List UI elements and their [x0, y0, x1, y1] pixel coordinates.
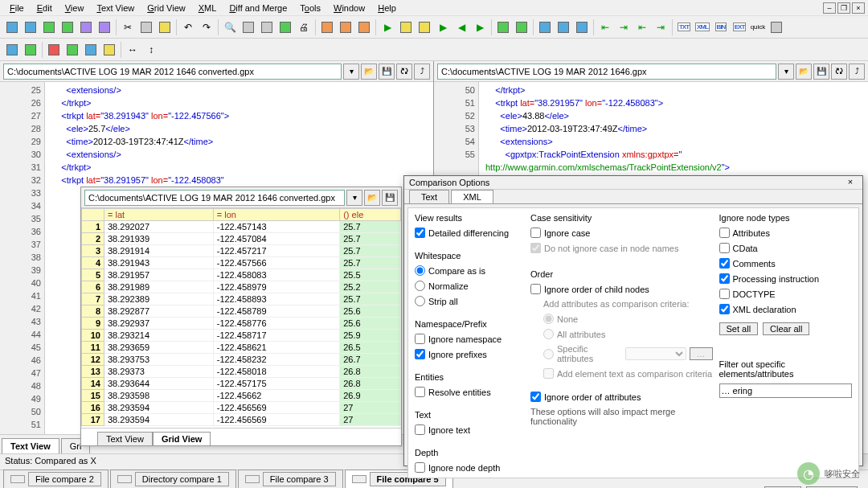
menu-file[interactable]: File: [3, 2, 31, 14]
btn-setall[interactable]: Set all: [719, 322, 759, 335]
menu-view[interactable]: View: [59, 2, 91, 14]
tb-merge2-icon[interactable]: [513, 18, 530, 36]
tab-dircompare1[interactable]: Directory compare 1: [110, 470, 236, 489]
right-refresh-icon[interactable]: 🗘: [831, 64, 847, 80]
tb-diff1-icon[interactable]: [536, 18, 554, 36]
left-open-icon[interactable]: 📂: [361, 64, 377, 80]
tb2-f-icon[interactable]: [100, 41, 118, 59]
tb-new-icon[interactable]: [3, 18, 21, 36]
tb-paste-icon[interactable]: [156, 18, 174, 36]
tb-lbl-txt-icon[interactable]: TXT: [675, 18, 693, 36]
chk-ign-proc[interactable]: Processing instruction: [719, 273, 853, 284]
col-ele[interactable]: () ele: [340, 209, 401, 221]
grid-open-icon[interactable]: 📂: [364, 190, 380, 206]
rad-stripall[interactable]: Strip all: [415, 296, 524, 306]
tab-filecompare3[interactable]: File compare 3: [238, 470, 343, 489]
table-row[interactable]: 738.292389-122.45889325.7: [82, 293, 401, 306]
tb-settings-icon[interactable]: [768, 18, 785, 36]
grid-save-icon[interactable]: 💾: [382, 190, 398, 206]
tb-nav-first-icon[interactable]: ▶: [379, 18, 396, 36]
right-path-input[interactable]: [437, 64, 776, 80]
right-open-icon[interactable]: 📂: [796, 64, 812, 80]
table-row[interactable]: 1238.293753-122.45823226.7: [82, 354, 401, 366]
table-row[interactable]: 338.291914-122.45721725.7: [82, 245, 401, 257]
chk-detailed[interactable]: Detailed differencing: [415, 228, 524, 238]
left-tab-textview[interactable]: Text View: [2, 438, 59, 453]
tb-new2-icon[interactable]: [22, 18, 39, 36]
tb-play3-icon[interactable]: [355, 18, 373, 36]
tb-print-icon[interactable]: 🖨: [295, 18, 313, 36]
grid-table[interactable]: = lat = lon () ele 138.292027-122.457143…: [81, 208, 401, 426]
tb-play1-icon[interactable]: [318, 18, 336, 36]
tb-check-icon[interactable]: [276, 18, 294, 36]
rad-compare-asis[interactable]: Compare as is: [415, 265, 524, 276]
tb-play2-icon[interactable]: [337, 18, 354, 36]
table-row[interactable]: 1538.293598-122.4566226.9: [82, 390, 401, 402]
chk-ign-attrs[interactable]: Attributes: [719, 228, 853, 238]
dialog-close-icon[interactable]: ×: [843, 176, 858, 189]
tb-doc2-icon[interactable]: [258, 18, 276, 36]
minimize-icon[interactable]: –: [823, 2, 836, 14]
tb2-g-icon[interactable]: ↔: [124, 41, 141, 59]
table-row[interactable]: 1138.293659-122.45862126.5: [82, 342, 401, 354]
menu-diffmerge[interactable]: Diff and Merge: [223, 2, 293, 14]
tb2-d-icon[interactable]: [63, 41, 81, 59]
right-save-icon[interactable]: 💾: [813, 64, 829, 80]
table-row[interactable]: 1738.293594-122.45656927: [82, 414, 401, 426]
tb-nav-next-icon[interactable]: [416, 18, 433, 36]
tb2-b-icon[interactable]: [22, 41, 39, 59]
chk-ignore-attr-order[interactable]: Ignore order of attributes: [530, 392, 713, 402]
menu-help[interactable]: Help: [371, 2, 403, 14]
tb-lbl-bin-icon[interactable]: BIN: [712, 18, 730, 36]
tb-compare-icon[interactable]: ▶: [434, 18, 452, 36]
chk-ign-cdata[interactable]: CData: [719, 243, 853, 253]
chk-ignore-depth[interactable]: Ignore node depth: [415, 462, 524, 473]
tb-lbl-ext-icon[interactable]: EXT: [731, 18, 748, 36]
left-dropdown-icon[interactable]: ▾: [343, 64, 359, 80]
menu-edit[interactable]: Edit: [31, 2, 59, 14]
table-row[interactable]: 938.292937-122.45877625.6: [82, 318, 401, 330]
tb-copy-all-right-icon[interactable]: ⇥: [652, 18, 669, 36]
menu-window[interactable]: Window: [327, 2, 371, 14]
dlg-tab-text[interactable]: Text: [409, 190, 449, 203]
table-row[interactable]: 1638.293594-122.45656927: [82, 402, 401, 414]
tb-lbl-xml-icon[interactable]: XML: [694, 18, 711, 36]
col-lon[interactable]: = lon: [213, 209, 339, 221]
grid-tab-textview[interactable]: Text View: [97, 432, 153, 445]
tb-merge1-icon[interactable]: [494, 18, 512, 36]
tb2-a-icon[interactable]: [3, 41, 21, 59]
chk-ignore-case[interactable]: Ignore case: [530, 228, 713, 238]
right-dropdown-icon[interactable]: ▾: [778, 64, 794, 80]
chk-ign-comments[interactable]: Comments: [719, 258, 853, 269]
tb-nav-prev-icon[interactable]: [397, 18, 415, 36]
tb-saveall-icon[interactable]: [96, 18, 113, 36]
tb-redo-icon[interactable]: ↷: [198, 18, 215, 36]
tb-new3-icon[interactable]: [40, 18, 58, 36]
left-path-input[interactable]: [3, 64, 342, 80]
grid-path-input[interactable]: [84, 190, 345, 206]
chk-ign-doctype[interactable]: DOCTYPE: [719, 289, 853, 299]
chk-resolve-entities[interactable]: Resolve entities: [415, 387, 524, 397]
tb-doc1-icon[interactable]: [240, 18, 257, 36]
tb2-h-icon[interactable]: ↕: [142, 41, 160, 59]
rad-normalize[interactable]: Normalize: [415, 281, 524, 291]
chk-ignore-child-order[interactable]: Ignore order of child nodes: [530, 284, 713, 294]
restore-icon[interactable]: ❐: [837, 2, 850, 14]
right-export-icon[interactable]: ⤴: [849, 64, 865, 80]
tb-copy-icon[interactable]: [137, 18, 155, 36]
tb-left-icon[interactable]: ◀: [452, 18, 470, 36]
tb2-e-icon[interactable]: [82, 41, 100, 59]
left-save-icon[interactable]: 💾: [379, 64, 395, 80]
table-row[interactable]: 1438.293644-122.45717526.8: [82, 378, 401, 390]
dlg-tab-xml[interactable]: XML: [451, 190, 493, 203]
chk-ignore-text[interactable]: Ignore text: [415, 424, 524, 435]
menu-tools[interactable]: Tools: [293, 2, 327, 14]
tb-find-icon[interactable]: 🔍: [221, 18, 239, 36]
left-refresh-icon[interactable]: 🗘: [396, 64, 412, 80]
table-row[interactable]: 838.292877-122.45878925.6: [82, 306, 401, 318]
table-row[interactable]: 1338.29373-122.45801826.8: [82, 366, 401, 378]
tb-undo-icon[interactable]: ↶: [179, 18, 197, 36]
chk-ignore-namespace[interactable]: Ignore namespace: [415, 334, 524, 344]
chk-ign-xmldecl[interactable]: XML declaration: [719, 304, 853, 314]
btn-clearall[interactable]: Clear all: [763, 322, 809, 335]
